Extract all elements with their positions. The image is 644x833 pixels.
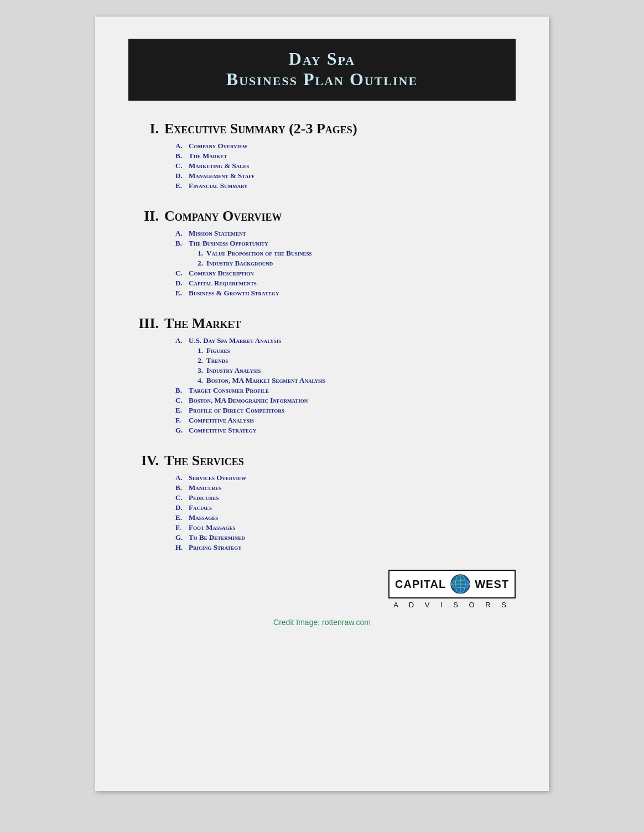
sub-item: A.Company Overview [175,142,516,150]
section-title: The Market [164,315,241,332]
sub-item: F.Competitive Analysis [175,416,516,425]
sub-letter: F. [175,523,185,532]
title-box: Day Spa Business Plan Outline [128,39,516,101]
sub-item: G.Competitive Strategy [175,426,516,435]
sub-text: Company Overview [189,142,247,150]
sub-list: A.Company OverviewB.The MarketC.Marketin… [175,142,516,190]
subsub-list: 1.Figures2.Trends3.Industry Analysis4.Bo… [192,346,516,385]
sub-item: B.Target Consumer Profile [175,386,516,395]
sub-item: B.The Market [175,152,516,160]
section-iii: III.The MarketA.U.S. Day Spa Market Anal… [128,315,516,435]
sub-letter: B. [175,386,185,395]
subsub-item: 2.Trends [192,356,516,365]
subsub-text: Figures [206,346,230,355]
subsub-text: Trends [206,356,228,365]
sub-letter: A. [175,336,185,345]
sub-text: The Business Opportunity [189,239,268,248]
subsub-text: Boston, MA Market Segment Analysis [206,376,326,385]
title-line1: Day Spa [139,49,505,69]
subsub-number: 1. [192,249,203,258]
sub-text: Facials [189,503,212,512]
sub-text: Capital Requirements [189,279,257,288]
roman-numeral: I. [128,121,159,137]
sub-letter: D. [175,503,185,512]
section-iv: IV.The ServicesA.Services OverviewB.Mani… [128,452,516,552]
sub-text: Marketing & Sales [189,162,249,170]
subsub-number: 1. [192,346,203,355]
section-i: I.Executive Summary (2-3 Pages)A.Company… [128,121,516,190]
sub-letter: D. [175,279,185,288]
subsub-item: 4.Boston, MA Market Segment Analysis [192,376,516,385]
section-title: The Services [164,452,244,469]
subsub-item: 2.Industry Background [192,259,516,268]
sub-text: Boston, MA Demographic Information [189,396,308,405]
section-title: Company Overview [164,208,282,225]
sub-letter: E. [175,513,185,522]
sub-letter: E. [175,406,185,415]
logo-west: WEST [475,578,509,591]
sub-letter: D. [175,171,185,180]
sub-text: Financial Summary [189,181,248,190]
sub-text: Competitive Strategy [189,426,256,435]
sub-letter: H. [175,543,185,552]
sub-item: C.Company Description [175,269,516,278]
sub-text: Services Overview [189,473,246,482]
sub-item: E.Business & Growth Strategy [175,289,516,298]
sub-letter: A. [175,142,185,150]
sections-container: I.Executive Summary (2-3 Pages)A.Company… [128,121,516,552]
sub-item: A.Mission Statement [175,229,516,238]
sub-item: B.The Business Opportunity [175,239,516,248]
subsub-list: 1.Value Proposition of the Business2.Ind… [192,249,516,268]
sub-text: Manicures [189,483,221,492]
subsub-item: 3.Industry Analysis [192,366,516,375]
sub-letter: G. [175,533,185,542]
subsub-text: Value Proposition of the Business [206,249,312,258]
sub-letter: F. [175,416,185,425]
credit-text: Credit Image: rottenraw.com [128,618,516,627]
sub-text: Business & Growth Strategy [189,289,279,298]
subsub-number: 3. [192,366,203,375]
subsub-item: 1.Figures [192,346,516,355]
sub-item: D.Capital Requirements [175,279,516,288]
sub-item: D.Management & Staff [175,171,516,180]
sub-text: Profile of Direct Competitors [189,406,284,415]
sub-letter: C. [175,269,185,278]
sub-text: Competitive Analysis [189,416,254,425]
sub-item: A.U.S. Day Spa Market Analysis [175,336,516,345]
sub-item: E.Massages [175,513,516,522]
subsub-number: 2. [192,356,203,365]
sub-item: E.Profile of Direct Competitors [175,406,516,415]
sub-item: D.Facials [175,503,516,512]
sub-item: C.Marketing & Sales [175,162,516,170]
section-header: II.Company Overview [128,208,516,225]
sub-letter: E. [175,289,185,298]
sub-text: Company Description [189,269,254,278]
logo-box: CAPITAL WEST [388,570,516,598]
section-header: I.Executive Summary (2-3 Pages) [128,121,516,137]
roman-numeral: IV. [128,452,159,469]
section-header: IV.The Services [128,452,516,469]
sub-item: E.Financial Summary [175,181,516,190]
title-line2: Business Plan Outline [139,69,505,90]
footer-area: CAPITAL WEST A D V I S O R S [128,570,516,609]
section-ii: II.Company OverviewA.Mission StatementB.… [128,208,516,298]
logo-advisors: A D V I S O R S [393,601,511,609]
sub-item: F.Foot Massages [175,523,516,532]
sub-text: To Be Determined [189,533,245,542]
sub-letter: B. [175,483,185,492]
sub-list: A.U.S. Day Spa Market Analysis1.Figures2… [175,336,516,435]
section-header: III.The Market [128,315,516,332]
sub-item: B.Manicures [175,483,516,492]
subsub-text: Industry Analysis [206,366,261,375]
sub-text: Mission Statement [189,229,246,238]
subsub-item: 1.Value Proposition of the Business [192,249,516,258]
subsub-number: 4. [192,376,203,385]
sub-item: H.Pricing Strategy [175,543,516,552]
sub-text: Pricing Strategy [189,543,242,552]
sub-letter: C. [175,162,185,170]
subsub-text: Industry Background [206,259,273,268]
sub-letter: A. [175,473,185,482]
sub-item: G.To Be Determined [175,533,516,542]
globe-icon [450,574,470,594]
section-title: Executive Summary (2-3 Pages) [164,121,357,137]
